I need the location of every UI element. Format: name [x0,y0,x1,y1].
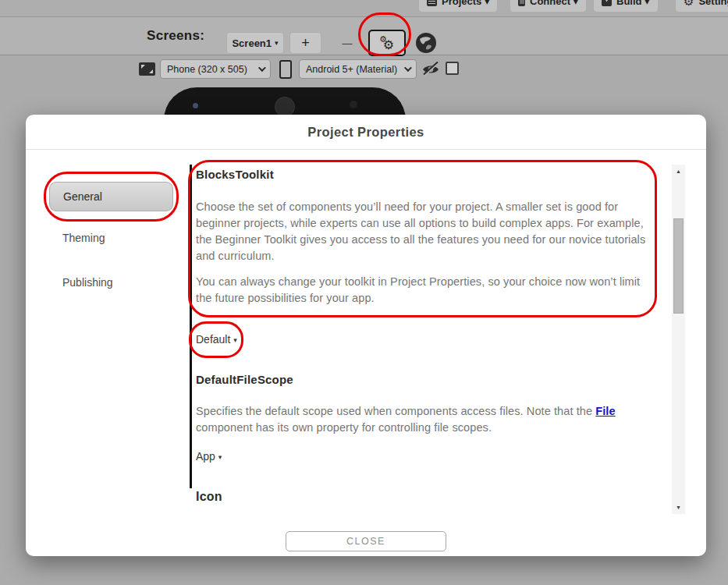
publish-globe-button[interactable] [411,30,441,55]
project-properties-dialog: Project Properties General Theming Publi… [26,115,706,556]
chevron-down-icon: ▾ [233,336,237,344]
sidebar-item-label: Publishing [62,276,113,289]
screen-selector-label: Screen1 [232,37,272,49]
sidebar-item-publishing[interactable]: Publishing [62,276,113,289]
icon-section-heading: Icon [196,490,222,504]
connect-menu-label: Connect ▾ [530,0,578,7]
device-size-select[interactable]: Phone (320 x 505) [160,59,271,79]
scrollbar-thumb[interactable] [673,218,684,314]
project-properties-button[interactable]: ⚙ ⚙ [368,30,406,56]
content-scrollbar[interactable]: ▲ ▼ [672,165,685,514]
android-theme-select[interactable]: Android 5+ (Material) [299,59,417,79]
settings-menu-button[interactable]: ⚙ Settings [676,0,728,12]
resize-preview-icon[interactable] [139,62,155,76]
projects-menu-button[interactable]: Projects ▾ [419,0,497,12]
default-file-scope-heading: DefaultFileScope [196,373,293,386]
top-menu-bar: Projects ▾ Connect ▾ Build ▾ ⚙ Settings [0,0,728,17]
hidden-components-toggle[interactable] [421,62,441,77]
screen-selector-button[interactable]: Screen1 ▾ [226,32,284,54]
connect-icon [518,0,525,6]
globe-icon [415,32,437,54]
phone-sensor-dot [350,101,357,108]
default-file-scope-dropdown-value: App [196,450,215,463]
sidebar-item-label: General [63,190,102,203]
eye-slash-icon [421,62,441,77]
android-theme-value: Android 5+ (Material) [306,64,397,75]
preview-checkbox[interactable] [446,62,459,75]
blocks-toolkit-heading: BlocksToolkit [196,168,274,181]
close-button[interactable]: CLOSE [286,531,446,551]
chevron-down-icon [258,64,266,72]
chevron-down-icon: ▾ [275,39,279,47]
projects-icon [427,0,437,6]
blocks-toolkit-dropdown-value: Default [196,333,230,346]
connect-menu-button[interactable]: Connect ▾ [510,0,586,12]
content-left-rule [190,165,192,488]
phone-camera-dot [193,103,198,108]
app-background: Projects ▾ Connect ▾ Build ▾ ⚙ Settings … [0,0,728,585]
screens-toolbar: Screens: Screen1 ▾ + — ⚙ ⚙ [0,17,728,55]
build-menu-label: Build ▾ [616,0,650,7]
screens-label: Screens: [147,28,204,44]
add-screen-label: + [301,35,310,51]
phone-preview-icon[interactable] [279,60,292,79]
paragraph-text: component has its own property for contr… [196,421,492,434]
scroll-up-arrow-icon[interactable]: ▲ [672,165,685,178]
device-size-value: Phone (320 x 505) [167,64,247,75]
scroll-down-arrow-icon[interactable]: ▼ [672,501,685,514]
gear-icon: ⚙ [684,0,694,7]
settings-menu-label: Settings [698,0,728,7]
projects-menu-label: Projects ▾ [442,0,489,7]
sidebar-item-general[interactable]: General [49,182,173,211]
chevron-down-icon: ▾ [218,453,222,461]
add-screen-button[interactable]: + [289,32,321,54]
build-icon [602,0,612,6]
paragraph-text: Specifies the default scope used when co… [196,405,595,417]
blocks-toolkit-paragraph-1: Choose the set of components you’ll need… [196,199,658,264]
sidebar-item-label: Theming [62,232,105,244]
chevron-down-icon [404,64,412,72]
blocks-toolkit-dropdown[interactable]: Default ▾ [196,333,237,346]
build-menu-button[interactable]: Build ▾ [594,0,658,12]
dialog-titlebar: Project Properties [26,115,706,150]
default-file-scope-paragraph: Specifies the default scope used when co… [196,403,658,436]
remove-screen-button[interactable]: — [332,32,362,54]
dialog-title: Project Properties [307,125,424,140]
gears-icon-large: ⚙ [383,37,394,52]
sidebar-item-theming[interactable]: Theming [62,232,105,244]
default-file-scope-dropdown[interactable]: App ▾ [196,450,222,463]
remove-screen-label: — [343,37,353,49]
file-component-link[interactable]: File [595,405,615,417]
blocks-toolkit-paragraph-2: You can always change your toolkit in Pr… [196,274,658,307]
